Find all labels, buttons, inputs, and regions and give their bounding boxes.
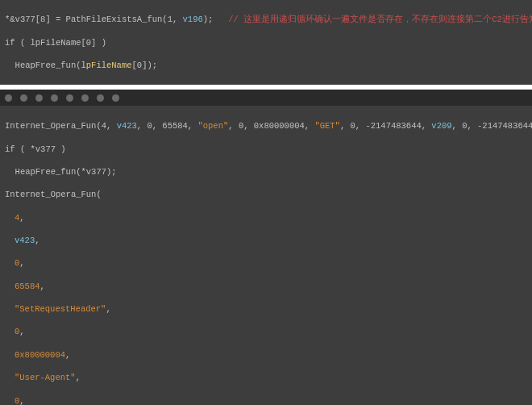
top-code-block: *&v377[8] = PathFileExistsA_fun(1, v196)… xyxy=(0,0,532,85)
tab-dot[interactable] xyxy=(97,94,104,102)
tab-dot[interactable] xyxy=(66,94,73,102)
tab-dot[interactable] xyxy=(51,94,58,102)
tab-dot[interactable] xyxy=(35,94,43,102)
code-line: Internet_Opera_Fun( xyxy=(5,189,527,200)
code-line: 0x80000004, xyxy=(5,349,527,361)
tab-dot[interactable] xyxy=(81,94,89,102)
code-line: if ( *v377 ) xyxy=(5,144,527,155)
code-line: "SetRequestHeader", xyxy=(5,303,527,315)
code-line: "User-Agent", xyxy=(5,372,527,383)
code-line: *&v377[8] = PathFileExistsA_fun(1, v196)… xyxy=(5,14,527,25)
tab-dot[interactable] xyxy=(20,94,27,102)
code-line: Internet_Opera_Fun(4, v423, 0, 65584, "o… xyxy=(5,120,527,132)
code-line: HeapFree_fun(lpFileName[0]); xyxy=(5,60,527,71)
tab-dot[interactable] xyxy=(112,94,119,102)
code-line: 65584, xyxy=(5,281,527,292)
code-line: 0, xyxy=(5,395,527,406)
comment-chinese: // 这里是用递归循环确认一遍文件是否存在，不存在则连接第二个C2进行告知 xyxy=(228,15,532,24)
code-line: 0, xyxy=(5,326,527,337)
code-line: 0, xyxy=(5,257,527,269)
code-line: v423, xyxy=(5,235,527,246)
code-line: if ( lpFileName[0] ) xyxy=(5,37,527,48)
code-line: 4, xyxy=(5,212,527,223)
main-code-block: Internet_Opera_Fun(4, v423, 0, 65584, "o… xyxy=(0,106,532,405)
code-line: HeapFree_fun(*v377); xyxy=(5,166,527,177)
tab-strip xyxy=(0,90,532,106)
tab-dot[interactable] xyxy=(5,94,12,102)
